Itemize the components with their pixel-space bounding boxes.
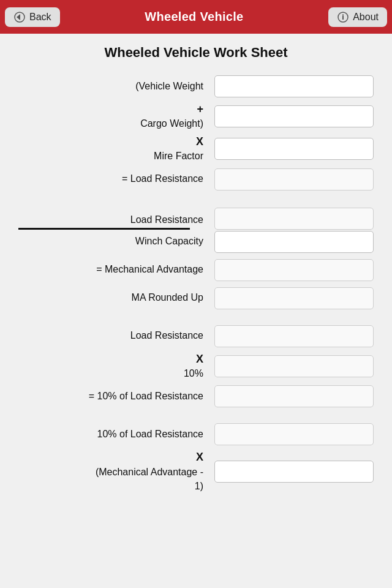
svg-marker-1: [17, 14, 20, 20]
divider-line: [18, 228, 190, 230]
load-resistance-divider-label-wrap: Load Resistance: [18, 214, 214, 230]
header-title: Wheeled Vehicle: [145, 10, 243, 24]
mech-adv-label: = Mechanical Advantage: [18, 263, 214, 276]
cargo-weight-row: +Cargo Weight): [18, 102, 374, 131]
10pct-lr-row: 10% of Load Resistance: [18, 422, 374, 447]
cargo-weight-label: +Cargo Weight): [18, 102, 214, 131]
back-icon: [13, 11, 26, 23]
main-content: Wheeled Vehicle Work Sheet (Vehicle Weig…: [0, 34, 392, 516]
cargo-weight-input[interactable]: [214, 105, 374, 127]
about-label: About: [353, 12, 379, 23]
times-ma-minus1-label: X(Mechanical Advantage -1): [18, 450, 214, 493]
times-10pct-label: X10%: [18, 352, 214, 381]
vehicle-weight-label: (Vehicle Weight: [18, 80, 214, 93]
winch-capacity-input[interactable]: [214, 231, 374, 253]
about-icon: [337, 11, 349, 23]
svg-rect-4: [342, 14, 344, 15]
app-header: Back Wheeled Vehicle About: [0, 0, 392, 34]
eq-10pct-label: = 10% of Load Resistance: [18, 390, 214, 403]
load-resistance-divider-row: Load Resistance: [18, 205, 374, 230]
times-ma-minus1-input[interactable]: [214, 461, 374, 483]
ma-rounded-label: MA Rounded Up: [18, 292, 214, 304]
mire-factor-label: XMire Factor: [18, 135, 214, 164]
back-button[interactable]: Back: [5, 7, 60, 27]
winch-capacity-label: Winch Capacity: [18, 235, 214, 248]
load-resistance-eq-label: = Load Resistance: [18, 173, 214, 186]
winch-capacity-row: Winch Capacity: [18, 230, 374, 254]
load-resistance-eq-row: = Load Resistance: [18, 167, 374, 192]
eq-10pct-row: = 10% of Load Resistance: [18, 384, 374, 409]
load-resistance-eq-output[interactable]: [214, 168, 374, 190]
page-title: Wheeled Vehicle Work Sheet: [18, 45, 374, 61]
mech-adv-row: = Mechanical Advantage: [18, 258, 374, 282]
ma-rounded-output[interactable]: [214, 287, 374, 309]
load-resistance-label: Load Resistance: [18, 214, 203, 225]
eq-10pct-output[interactable]: [214, 385, 374, 407]
svg-rect-3: [342, 16, 344, 20]
back-label: Back: [29, 12, 51, 23]
mire-factor-row: XMire Factor: [18, 135, 374, 164]
load-resistance-output[interactable]: [214, 208, 374, 230]
load-resistance-2-output[interactable]: [214, 325, 374, 347]
times-10pct-output[interactable]: [214, 355, 374, 377]
times-ma-minus1-row: X(Mechanical Advantage -1): [18, 450, 374, 493]
load-resistance-2-row: Load Resistance: [18, 324, 374, 349]
vehicle-weight-row: (Vehicle Weight: [18, 74, 374, 99]
mech-adv-output[interactable]: [214, 259, 374, 281]
mire-factor-input[interactable]: [214, 138, 374, 160]
about-button[interactable]: About: [328, 7, 387, 27]
times-10pct-row: X10%: [18, 352, 374, 381]
ma-rounded-row: MA Rounded Up: [18, 286, 374, 311]
10pct-lr-output[interactable]: [214, 423, 374, 445]
load-resistance-2-label: Load Resistance: [18, 330, 214, 342]
10pct-lr-label: 10% of Load Resistance: [18, 428, 214, 441]
vehicle-weight-input[interactable]: [214, 75, 374, 97]
